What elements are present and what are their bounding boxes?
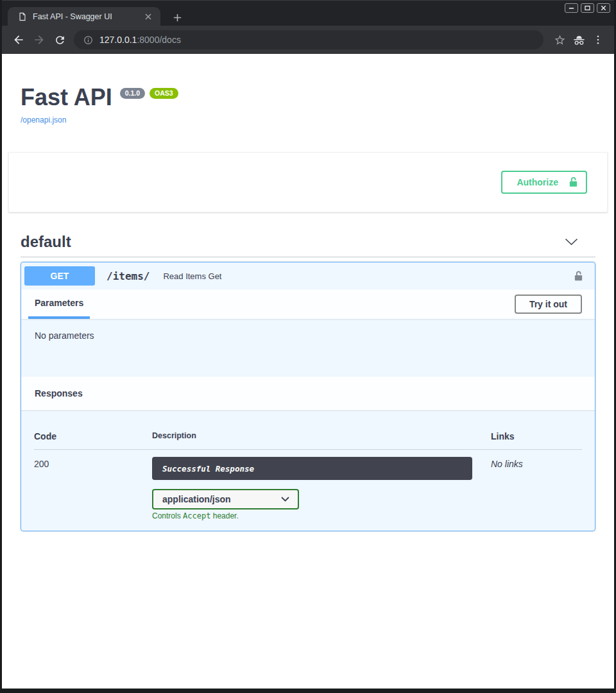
media-type-value: application/json bbox=[162, 494, 231, 504]
parameters-title: Parameters bbox=[35, 298, 83, 308]
column-header-description: Description bbox=[152, 431, 491, 441]
incognito-icon bbox=[572, 33, 586, 47]
responses-body: Code Description Links 200 Successful Re… bbox=[21, 410, 595, 531]
responses-table-header: Code Description Links bbox=[34, 410, 582, 441]
authorize-label: Authorize bbox=[517, 177, 558, 187]
response-description-text: Successful Response bbox=[162, 464, 254, 474]
column-header-links: Links bbox=[491, 431, 582, 441]
responses-title: Responses bbox=[35, 388, 83, 398]
scheme-container: Authorize bbox=[8, 152, 608, 212]
method-badge: GET bbox=[24, 266, 95, 286]
oas-badge: OAS3 bbox=[150, 88, 178, 99]
tag-section-default[interactable]: default bbox=[21, 233, 595, 257]
url-text: 127.0.0.1:8000/docs bbox=[99, 35, 181, 45]
reload-button[interactable] bbox=[49, 30, 70, 50]
unlock-open-icon bbox=[569, 176, 578, 188]
parameters-header: Parameters Try it out bbox=[21, 289, 595, 319]
browser-window: Fast API - Swagger UI bbox=[0, 0, 616, 693]
bookmark-button[interactable] bbox=[550, 30, 569, 49]
swagger-page: Fast API 0.1.0 OAS3 /openapi.json Author… bbox=[2, 54, 614, 689]
bookmark-star-icon bbox=[554, 34, 566, 46]
menu-kebab-icon bbox=[592, 34, 604, 46]
response-row-200: 200 Successful Response application/json… bbox=[34, 450, 582, 520]
new-tab-button[interactable] bbox=[170, 10, 184, 24]
response-description-cell: Successful Response application/json Con… bbox=[152, 457, 491, 520]
response-links: No links bbox=[491, 457, 582, 469]
try-it-out-button[interactable]: Try it out bbox=[515, 295, 582, 314]
accept-note-code: Accept bbox=[183, 511, 210, 520]
info-icon[interactable] bbox=[83, 35, 94, 46]
auth-lock-button[interactable] bbox=[574, 270, 583, 282]
accept-header-note: Controls Accept header. bbox=[152, 511, 491, 520]
close-button[interactable] bbox=[597, 3, 610, 13]
url-path: :8000/docs bbox=[137, 35, 181, 45]
browser-toolbar: 127.0.0.1:8000/docs bbox=[2, 26, 614, 54]
media-type-select[interactable]: application/json bbox=[152, 489, 299, 509]
no-parameters-text: No parameters bbox=[35, 330, 94, 341]
response-code: 200 bbox=[34, 457, 152, 469]
responses-header: Responses bbox=[21, 377, 595, 410]
document-icon bbox=[18, 12, 27, 22]
response-description-box: Successful Response bbox=[152, 457, 472, 480]
tag-name: default bbox=[21, 233, 71, 251]
accept-note-prefix: Controls bbox=[152, 511, 183, 520]
address-bar[interactable]: 127.0.0.1:8000/docs bbox=[74, 30, 543, 49]
reload-icon bbox=[54, 34, 66, 46]
titlebar: Fast API - Swagger UI bbox=[2, 0, 614, 26]
back-icon bbox=[12, 33, 25, 46]
minimize-button[interactable] bbox=[565, 3, 578, 13]
opblock-summary[interactable]: GET /items/ Read Items Get bbox=[21, 262, 595, 289]
tab-close-icon[interactable] bbox=[142, 11, 154, 22]
browser-tab[interactable]: Fast API - Swagger UI bbox=[8, 7, 160, 26]
column-header-code: Code bbox=[34, 431, 152, 441]
api-info: Fast API 0.1.0 OAS3 /openapi.json bbox=[2, 54, 614, 125]
accept-note-suffix: header. bbox=[210, 511, 238, 520]
lock-open-icon bbox=[574, 270, 583, 282]
authorize-button[interactable]: Authorize bbox=[501, 171, 587, 194]
maximize-icon bbox=[584, 4, 591, 12]
maximize-button[interactable] bbox=[581, 3, 594, 13]
plus-icon bbox=[173, 13, 182, 22]
close-icon bbox=[600, 4, 607, 12]
tab-parameters[interactable]: Parameters bbox=[28, 289, 90, 319]
forward-button[interactable] bbox=[29, 30, 49, 50]
browser-menu-button[interactable] bbox=[588, 30, 608, 49]
page-title: Fast API bbox=[21, 83, 112, 112]
endpoint-path: /items/ bbox=[107, 270, 150, 282]
version-badge: 0.1.0 bbox=[120, 88, 145, 99]
url-host: 127.0.0.1 bbox=[99, 35, 137, 45]
minimize-icon bbox=[568, 4, 575, 12]
opblock-get-items: GET /items/ Read Items Get Parameters Tr… bbox=[21, 262, 595, 531]
endpoint-summary: Read Items Get bbox=[163, 271, 221, 281]
forward-icon bbox=[33, 33, 46, 46]
select-chevron-down-icon bbox=[281, 497, 289, 502]
incognito-badge bbox=[569, 30, 588, 49]
parameters-body: No parameters bbox=[21, 319, 595, 377]
chevron-down-icon[interactable] bbox=[565, 238, 578, 246]
tab-title: Fast API - Swagger UI bbox=[33, 12, 142, 21]
back-button[interactable] bbox=[8, 30, 29, 50]
openapi-spec-link[interactable]: /openapi.json bbox=[21, 116, 66, 124]
